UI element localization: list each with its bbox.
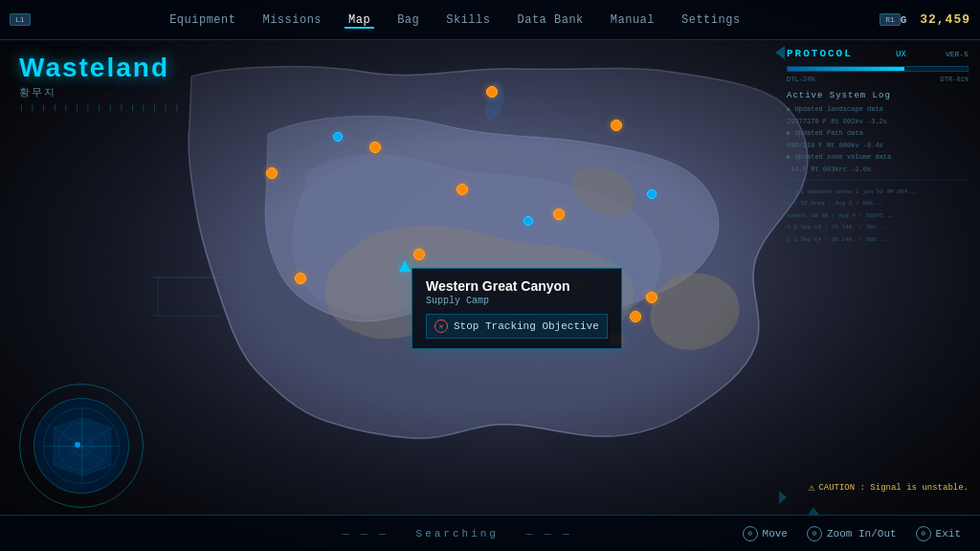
svg-point-21 (75, 442, 80, 448)
log-entry-5: ▶ Updated zone volume data (787, 152, 969, 163)
svg-text:-: - (699, 231, 704, 241)
stop-tracking-button[interactable]: ✕ Stop Tracking Objective (426, 314, 608, 339)
log-entry-3: ▶ Updated Path data (787, 128, 969, 139)
search-dots-left: — — — (343, 528, 389, 540)
data-line-3: Added: 38 3N / Aug 4 / 80245... (787, 212, 969, 220)
caution-text: CAUTION : Signal is unstable. (818, 483, 969, 493)
nav-items: Equipment Missions Map Bag Skills Data B… (35, 11, 876, 29)
radar-display (19, 384, 144, 508)
protocol-bar-fill (788, 67, 904, 71)
radar-grid (43, 408, 120, 484)
protocol-subtitle: UX (896, 50, 906, 59)
nav-item-missions[interactable]: Missions (258, 11, 325, 29)
svg-text:-: - (593, 144, 599, 155)
log-entry-6: -14.F Rt 003krc -2.0s (787, 165, 969, 175)
nav-item-bag[interactable]: Bag (393, 11, 423, 29)
protocol-panel: PROTOCOL UX VER-5 DTL-24% DTR-01% Active… (787, 48, 969, 244)
bottom-bar: — — — Searching — — — ⊙ Move ⊙ Zoom In/O… (0, 515, 980, 551)
search-status-text: Searching (416, 528, 499, 540)
stop-tracking-icon: ✕ (434, 320, 448, 333)
popup-location-name: Western Great Canyon (426, 278, 608, 294)
nav-item-databank[interactable]: Data Bank (513, 11, 587, 29)
svg-text:-: - (469, 154, 475, 165)
data-lines: F 101 Updated scene 1 jan 50 AM 004... C… (787, 180, 969, 244)
log-entries: ▶ Updated landscape data 29377270 F Rt 0… (787, 104, 969, 174)
log-entry-1: ▶ Updated landscape data (787, 104, 969, 115)
move-button-icon[interactable]: ⊙ (743, 526, 758, 541)
nav-item-settings[interactable]: Settings (678, 11, 745, 29)
radar-outer-ring (19, 384, 144, 508)
exit-label: Exit (936, 528, 961, 540)
svg-text:-: - (364, 345, 369, 356)
stop-tracking-label: Stop Tracking Objective (454, 320, 599, 332)
region-name-korean: 황무지 (19, 85, 180, 99)
protocol-version: VER-5 (946, 50, 969, 58)
control-move: ⊙ Move (743, 526, 788, 541)
search-dots-right: — — — (526, 528, 572, 540)
region-barcode: | | | | | | | | | | | | | | | (19, 102, 180, 111)
region-title-block: Wasteland 황무지 | | | | | | | | | | | | | … (19, 53, 180, 111)
nav-right-badge: R1 (880, 13, 901, 26)
zoom-label: Zoom In/Out (827, 528, 897, 540)
location-popup: Western Great Canyon Supply Camp ✕ Stop … (412, 268, 622, 349)
system-log-title: Active System Log (787, 91, 969, 100)
protocol-bar (787, 66, 969, 72)
nav-item-manual[interactable]: Manual (607, 11, 658, 29)
top-navigation: L1 Equipment Missions Map Bag Skills Dat… (0, 0, 980, 40)
control-zoom: ⊙ Zoom In/Out (807, 526, 897, 541)
region-name: Wasteland (19, 53, 180, 83)
nav-left-badge: L1 (10, 13, 31, 26)
popup-location-type: Supply Camp (426, 296, 608, 306)
currency-display: G 32,459 (901, 12, 970, 27)
data-line-5: 5-1 Sep 14 / 3S 140. / 302... (787, 236, 969, 244)
move-label: Move (763, 528, 788, 540)
svg-text:-: - (325, 211, 331, 222)
data-line-2: Col 59 Area / Aug 2 / 006... (787, 200, 969, 208)
caution-notice: ⚠ CAUTION : Signal is unstable. (809, 481, 969, 494)
protocol-title: PROTOCOL (787, 48, 853, 59)
nav-item-map[interactable]: Map (345, 11, 374, 29)
log-entry-2: 29377270 F Rt 002kv -3.2s (787, 117, 969, 127)
nav-item-equipment[interactable]: Equipment (166, 11, 239, 29)
exit-button-icon[interactable]: ⊙ (916, 526, 931, 541)
radar-inner-ring (33, 398, 129, 494)
warning-icon: ⚠ (809, 481, 815, 494)
nav-item-skills[interactable]: Skills (442, 11, 494, 29)
search-status: — — — Searching — — — (172, 528, 743, 540)
data-line-1: F 101 Updated scene 1 jan 50 AM 004... (787, 188, 969, 196)
currency-value: 32,459 (920, 12, 970, 27)
control-exit: ⊙ Exit (916, 526, 961, 541)
protocol-bar-labels: DTL-24% DTR-01% (787, 76, 969, 83)
log-entry-4: 006/210 F Rt 000kv -8.4s (787, 141, 969, 151)
zoom-button-icon[interactable]: ⊙ (807, 526, 822, 541)
data-line-4: 4-1 Sep 18 / 3S 140. / 302... (787, 224, 969, 231)
bottom-controls: ⊙ Move ⊙ Zoom In/Out ⊙ Exit (743, 526, 961, 541)
